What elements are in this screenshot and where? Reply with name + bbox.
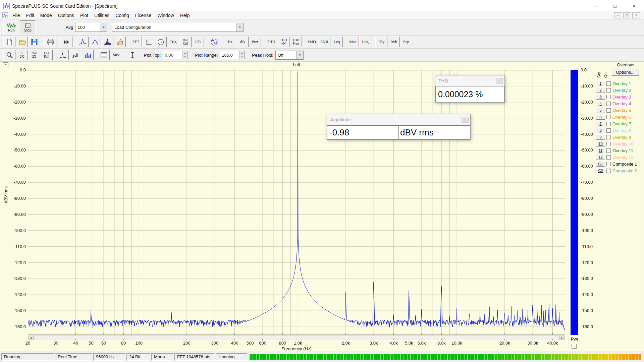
- menu-license[interactable]: License: [132, 12, 154, 19]
- toolbar-button-pwr[interactable]: Pwr: [249, 37, 261, 47]
- overlay-set-button-1[interactable]: 1: [596, 81, 605, 86]
- thd-window-titlebar[interactable]: THD ×: [435, 75, 504, 86]
- open-folder-icon[interactable]: [16, 37, 28, 47]
- overlay-set-button-7[interactable]: 7: [596, 121, 605, 126]
- close-icon[interactable]: ×: [462, 117, 469, 123]
- overlay-on-checkbox-3[interactable]: [606, 95, 611, 99]
- bar-plot-icon[interactable]: [82, 50, 94, 60]
- scroll-right-icon[interactable]: ►: [559, 336, 565, 340]
- menu-window[interactable]: Window: [154, 12, 177, 19]
- toolbar-button-log[interactable]: Log: [359, 37, 371, 47]
- maximize-button[interactable]: □: [605, 0, 625, 11]
- overlay-on-checkbox-7[interactable]: [606, 122, 611, 126]
- close-button[interactable]: ×: [625, 0, 644, 11]
- zoom-icon[interactable]: [3, 50, 15, 60]
- overlay-set-button-3[interactable]: 3: [596, 95, 605, 100]
- menu-edit[interactable]: Edit: [23, 12, 37, 19]
- overlay-set-button-12[interactable]: 12: [596, 155, 605, 160]
- thumbs-chart-icon[interactable]: [114, 37, 126, 47]
- smooth-curve-icon[interactable]: [89, 37, 101, 47]
- plot-top-input[interactable]: 0.00 ▲▼: [163, 51, 187, 59]
- run-button[interactable]: Run: [3, 20, 19, 34]
- minimize-button[interactable]: ─: [586, 0, 605, 11]
- menu-config[interactable]: Config: [112, 12, 132, 19]
- spin-up-icon[interactable]: ▲: [182, 51, 187, 55]
- menu-help[interactable]: Help: [177, 12, 193, 19]
- overlay-on-checkbox-11[interactable]: [606, 148, 611, 153]
- menu-file[interactable]: File: [9, 12, 23, 19]
- save-icon[interactable]: [28, 37, 40, 47]
- overlay-on-checkbox-10[interactable]: [606, 142, 611, 146]
- menu-options[interactable]: Options: [55, 12, 77, 19]
- overlay-set-button-5[interactable]: 5: [596, 108, 605, 113]
- toolbar-button-dly[interactable]: Dly: [375, 37, 387, 47]
- overlay-on-checkbox-5[interactable]: [606, 108, 611, 113]
- toolbar-button-mrk[interactable]: Mrk: [110, 50, 122, 60]
- toolbar-button-out-2x[interactable]: Out 2X: [28, 50, 40, 60]
- toolbar-button-scp[interactable]: Scp: [400, 37, 412, 47]
- chevron-down-icon[interactable]: ▼: [100, 23, 107, 32]
- overlay-on-checkbox-9[interactable]: [606, 135, 611, 139]
- step-plot-icon[interactable]: [69, 50, 81, 60]
- chevron-down-icon[interactable]: ▼: [236, 23, 243, 32]
- overlay-on-checkbox-c1[interactable]: [606, 162, 611, 166]
- overlay-on-checkbox-12[interactable]: [606, 155, 611, 160]
- toolbar-button-i-o[interactable]: I/O: [192, 37, 204, 47]
- toolbar-button-thd[interactable]: THD: [265, 37, 277, 47]
- peak-hold-select[interactable]: Off ▼: [275, 51, 304, 60]
- toolbar-button-thd-n[interactable]: THD +N: [277, 37, 289, 47]
- overlay-set-button-4[interactable]: 4: [596, 101, 605, 106]
- spin-down-icon[interactable]: ▼: [182, 55, 187, 59]
- ibeam-icon[interactable]: [126, 50, 138, 60]
- overlay-set-button-9[interactable]: 9: [596, 135, 605, 140]
- toolbar-button-mac[interactable]: Mac: [347, 37, 359, 47]
- toolbar-button-rvb[interactable]: Rvb: [388, 37, 400, 47]
- toolbar-button-trig[interactable]: Trig: [167, 37, 179, 47]
- mdi-restore-button[interactable]: □: [623, 12, 631, 18]
- spectrum-plot[interactable]: [28, 70, 565, 335]
- avg-select[interactable]: 100 ▼: [75, 23, 107, 32]
- overlay-on-checkbox-2[interactable]: [606, 88, 611, 93]
- toolbar-button-fft[interactable]: FFT: [130, 37, 142, 47]
- toolbar-button-out-full[interactable]: Out Full: [41, 50, 53, 60]
- plot-range-spinner[interactable]: ▲▼: [239, 51, 244, 59]
- chevron-down-icon[interactable]: ▼: [296, 51, 303, 59]
- toolbar-button-thd-freq[interactable]: THD Freq: [290, 37, 302, 47]
- fast-forward-icon[interactable]: [60, 37, 72, 47]
- toolbar-button-hz[interactable]: Hz: [224, 37, 236, 47]
- thd-window[interactable]: THD × 0.000023 %: [435, 75, 505, 103]
- spin-down-icon[interactable]: ▼: [239, 55, 244, 59]
- overlay-on-checkbox-c2[interactable]: [606, 169, 611, 173]
- meter-collapse-button[interactable]: ▫: [572, 344, 577, 349]
- filled-spectrum-icon[interactable]: [101, 37, 113, 47]
- mdi-minimize-button[interactable]: ─: [614, 12, 622, 18]
- overlay-set-button-2[interactable]: 2: [596, 88, 605, 93]
- overlay-on-checkbox-6[interactable]: [606, 115, 611, 119]
- stop-button[interactable]: Stop: [20, 20, 36, 34]
- overlay-set-button-11[interactable]: 11: [596, 148, 605, 153]
- plot-range-input[interactable]: 165.0 ▲▼: [220, 51, 245, 59]
- new-file-icon[interactable]: [3, 37, 15, 47]
- config-select[interactable]: Load Configuration ▼: [112, 23, 244, 32]
- overlay-set-button-6[interactable]: 6: [596, 115, 605, 120]
- overlay-set-button-10[interactable]: 10: [596, 141, 605, 146]
- mdi-close-button[interactable]: ×: [632, 12, 640, 18]
- overlay-set-button-c1[interactable]: C1: [596, 162, 605, 167]
- toolbar-button-imd[interactable]: IMD: [306, 37, 318, 47]
- print-icon[interactable]: [44, 37, 56, 47]
- overlay-options-button[interactable]: Options...: [611, 69, 639, 76]
- overlay-set-button-8[interactable]: 8: [596, 128, 605, 133]
- spectrum-curve-icon[interactable]: [76, 37, 89, 47]
- close-icon[interactable]: ×: [496, 78, 503, 84]
- toolbar-button-snr[interactable]: SNR: [318, 37, 330, 47]
- overlay-on-checkbox-8[interactable]: [606, 128, 611, 133]
- toolbar-button-leq[interactable]: Leq: [331, 37, 343, 47]
- overlay-on-checkbox-4[interactable]: [606, 102, 611, 106]
- toolbar-button-run-ctrl[interactable]: Run Ctrl: [179, 37, 192, 47]
- plot-collapse-button[interactable]: −: [3, 62, 8, 67]
- menu-utilities[interactable]: Utilities: [91, 12, 112, 19]
- plot-top-spinner[interactable]: ▲▼: [182, 51, 187, 59]
- menu-mode[interactable]: Mode: [37, 12, 55, 19]
- overlay-on-checkbox-1[interactable]: [606, 81, 611, 86]
- peak-plot-icon[interactable]: [57, 50, 69, 60]
